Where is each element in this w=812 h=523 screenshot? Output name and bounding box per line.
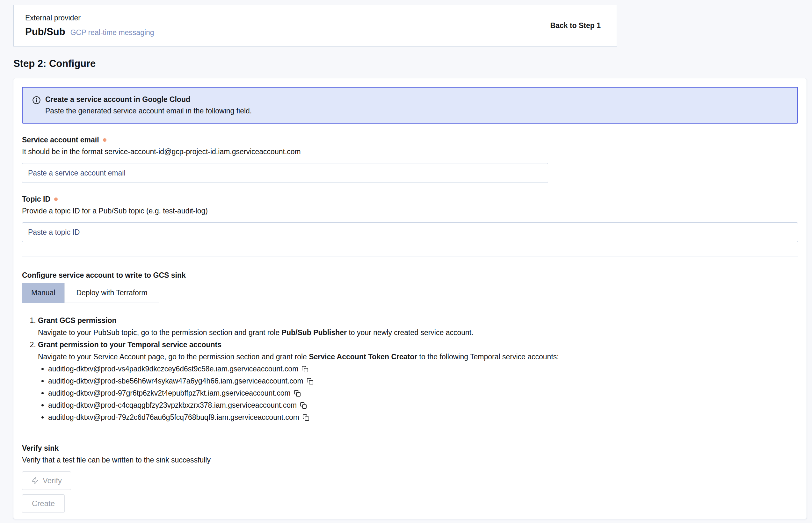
provider-card: External provider Pub/Sub GCP real-time … (13, 5, 617, 47)
service-account-email: auditlog-dktxv@prod-97gr6tp6zkv2t4epubff… (48, 389, 290, 397)
topic-id-input[interactable] (22, 222, 798, 242)
step-body-text: Navigate to your Service Account page, g… (38, 353, 309, 361)
info-banner-title: Create a service account in Google Cloud (45, 95, 252, 104)
step-body: Navigate to your Service Account page, g… (38, 351, 798, 363)
step-body: Navigate to your PubSub topic, go to the… (38, 326, 798, 339)
copy-icon (302, 414, 310, 421)
copy-button[interactable] (300, 402, 307, 409)
service-account-email-input[interactable] (22, 163, 548, 183)
configure-card: Create a service account in Google Cloud… (13, 78, 807, 519)
service-account-item: auditlog-dktxv@prod-97gr6tp6zkv2t4epubff… (48, 387, 798, 399)
topic-id-label: Topic ID (22, 195, 50, 203)
copy-button[interactable] (301, 366, 308, 373)
info-banner: Create a service account in Google Cloud… (22, 87, 798, 124)
topic-id-label-row: Topic ID (22, 195, 798, 203)
step-title: Grant GCS permission (38, 314, 798, 326)
service-account-email: auditlog-dktxv@prod-sbe56h6wr4sykaw47a6y… (48, 377, 303, 385)
service-account-list: auditlog-dktxv@prod-vs4padk9dkczcey6d6st… (38, 363, 798, 423)
copy-button[interactable] (302, 414, 310, 421)
copy-icon (306, 378, 314, 385)
provider-eyebrow: External provider (25, 14, 154, 22)
tab-deploy-with-terraform[interactable]: Deploy with Terraform (64, 283, 159, 303)
info-banner-text: Create a service account in Google Cloud… (45, 95, 252, 115)
provider-name-row: Pub/Sub GCP real-time messaging (25, 26, 154, 38)
configure-section-heading: Configure service account to write to GC… (22, 271, 798, 279)
page-title: Step 2: Configure (13, 58, 95, 69)
step-body-text: to your newly created service account. (347, 328, 474, 337)
copy-button[interactable] (294, 390, 301, 397)
verify-button-label: Verify (43, 476, 62, 485)
provider-tagline: GCP real-time messaging (70, 28, 154, 37)
section-divider (22, 256, 798, 256)
step-item-grant-temporal-permission: Grant permission to your Temporal servic… (38, 339, 798, 423)
copy-icon (301, 366, 308, 373)
copy-icon (300, 402, 307, 409)
back-to-step-1-link[interactable]: Back to Step 1 (550, 21, 601, 30)
step-title: Grant permission to your Temporal servic… (38, 339, 798, 351)
verify-sink-description: Verify that a test file can be written t… (22, 456, 798, 464)
step-body-role: Pub/Sub Publisher (282, 328, 347, 337)
service-account-email-label: Service account email (22, 136, 99, 144)
required-dot (103, 138, 106, 142)
provider-name: Pub/Sub (25, 26, 65, 38)
zap-icon (31, 477, 39, 485)
copy-icon (294, 390, 301, 397)
step-body-text: to the following Temporal service accoun… (417, 353, 559, 361)
info-icon (32, 96, 41, 106)
provider-info: External provider Pub/Sub GCP real-time … (25, 14, 154, 38)
service-account-item: auditlog-dktxv@prod-sbe56h6wr4sykaw47a6y… (48, 375, 798, 387)
service-account-item: auditlog-dktxv@prod-c4cqaqgbfzy23vpzkbxz… (48, 399, 798, 411)
copy-button[interactable] (306, 378, 314, 385)
verify-sink-heading: Verify sink (22, 444, 798, 453)
create-button-label: Create (32, 499, 55, 508)
step-item-grant-gcs-permission: Grant GCS permission Navigate to your Pu… (38, 314, 798, 339)
service-account-item: auditlog-dktxv@prod-vs4padk9dkczcey6d6st… (48, 363, 798, 375)
service-account-email: auditlog-dktxv@prod-79z2c6d76au6g5fcq768… (48, 413, 299, 421)
topic-id-help: Provide a topic ID for a Pub/Sub topic (… (22, 207, 798, 215)
manual-steps-list: Grant GCS permission Navigate to your Pu… (22, 314, 798, 423)
service-account-email-label-row: Service account email (22, 136, 798, 144)
verify-button[interactable]: Verify (22, 471, 71, 490)
step-body-role: Service Account Token Creator (309, 353, 417, 361)
info-banner-body: Paste the generated service account emai… (45, 107, 252, 115)
service-account-item: auditlog-dktxv@prod-79z2c6d76au6g5fcq768… (48, 411, 798, 423)
step-body-text: Navigate to your PubSub topic, go to the… (38, 328, 282, 337)
required-dot (54, 197, 58, 201)
tab-manual[interactable]: Manual (22, 283, 64, 303)
configure-tabs: Manual Deploy with Terraform (22, 283, 798, 303)
service-account-email: auditlog-dktxv@prod-vs4padk9dkczcey6d6st… (48, 365, 298, 373)
service-account-email: auditlog-dktxv@prod-c4cqaqgbfzy23vpzkbxz… (48, 401, 297, 409)
section-divider (22, 433, 798, 433)
service-account-email-help: It should be in the format service-accou… (22, 147, 798, 156)
create-button[interactable]: Create (22, 494, 65, 513)
